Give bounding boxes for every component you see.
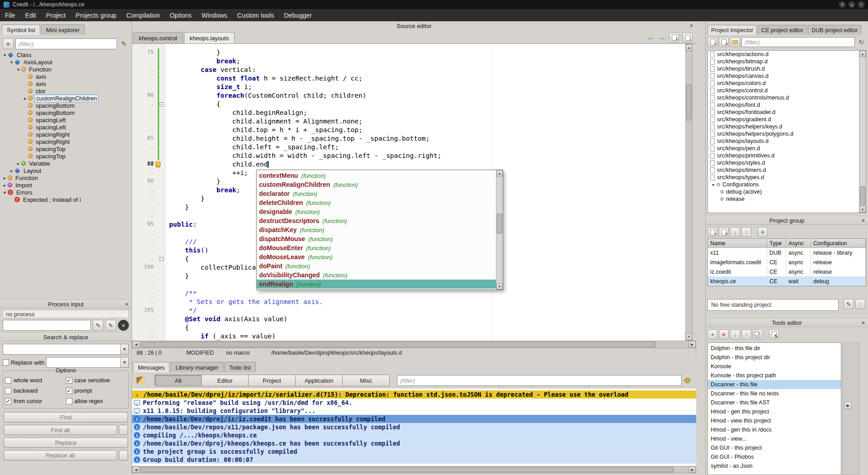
project-source-item[interactable]: src/kheops/bitmap.d — [708, 58, 866, 65]
scroll-thumb[interactable] — [140, 467, 674, 472]
checkbox-icon[interactable] — [66, 398, 72, 404]
tool-item[interactable]: Git GUI - this project — [708, 443, 841, 452]
tree-expander-icon[interactable]: ▸ — [2, 183, 8, 188]
tab-dub-project-editor[interactable]: DUB project editor — [808, 25, 861, 35]
maximize-button[interactable]: ▴ — [849, 1, 855, 8]
new-source-icon[interactable]: + — [669, 33, 679, 43]
messages-horizontal-scrollbar[interactable]: ◀ ▶ — [132, 466, 696, 473]
move-down-icon[interactable]: ↓ — [730, 227, 740, 237]
scroll-right-icon[interactable]: ▶ — [689, 341, 696, 348]
edit-tool-icon[interactable]: ✎ — [769, 329, 779, 339]
tree-expander-icon[interactable]: ▾ — [2, 190, 8, 195]
menu-item-compilation[interactable]: Compilation — [122, 9, 165, 21]
symbol-tree-item[interactable]: ▸Variable — [1, 160, 131, 167]
symbol-tree-item[interactable]: ▾AxisLayout — [1, 58, 131, 66]
search-option[interactable]: backward — [5, 388, 66, 394]
project-source-item[interactable]: src/kheops/helpers/keys.d — [708, 123, 866, 130]
symbol-tree-item[interactable]: ▸Layout — [1, 167, 131, 174]
feather-icon[interactable]: ✎ — [93, 320, 104, 331]
symbol-tree-item[interactable]: spacingTop — [1, 145, 131, 152]
completion-item[interactable]: designable(function) — [257, 207, 496, 216]
project-source-item[interactable]: src/kheops/canvas.d — [708, 72, 866, 80]
add-tool-icon[interactable]: + — [708, 329, 717, 339]
edit-project-icon[interactable]: ✎ — [844, 299, 854, 309]
message-row[interactable]: ithe project group is successfully compi… — [132, 447, 696, 456]
messages-filter-input[interactable] — [397, 375, 682, 386]
tab-library-manager[interactable]: Library manager — [170, 362, 223, 372]
checkbox-icon[interactable]: ✓ — [66, 377, 72, 384]
code-line[interactable]: 80 foreach(CustomControl child; children… — [132, 91, 685, 100]
open-source-icon[interactable]: ↓ — [683, 33, 693, 43]
clone-tool-icon[interactable] — [753, 329, 763, 339]
replace-button[interactable]: Replace — [4, 437, 128, 448]
scroll-thumb[interactable] — [686, 84, 692, 120]
replace-term-combo[interactable]: ▼ — [46, 357, 129, 368]
symbol-tree-item[interactable]: axis — [1, 80, 131, 87]
checkbox-icon[interactable]: ✓ — [5, 398, 11, 404]
filter-project-button[interactable]: Project — [249, 375, 296, 386]
menu-item-project[interactable]: Project — [41, 9, 71, 21]
project-source-item[interactable]: src/kheops/types.d — [708, 174, 866, 181]
promote-project-icon[interactable]: ↑ — [855, 299, 865, 309]
message-row[interactable]: x11 1.0.15: building configuration "libr… — [132, 407, 696, 415]
code-line[interactable]: . child.left = _spacing.left; — [132, 143, 685, 152]
completion-item[interactable]: destructDescriptors(function) — [257, 216, 496, 225]
project-source-item[interactable]: src/kheops/primitives.d — [708, 152, 866, 159]
message-row[interactable]: i/home/basile/Dev/dproj/kheops/kheops.ce… — [132, 439, 696, 447]
completion-item[interactable]: doVisibilityChanged(function) — [257, 271, 496, 280]
tool-item[interactable]: Hmod - view this project — [708, 416, 841, 425]
symbol-tree-item[interactable]: spacingTop — [1, 152, 131, 160]
search-option[interactable]: ✓from cursor — [5, 398, 66, 404]
symbol-tree-item[interactable]: spacingLeft — [1, 116, 131, 124]
configuration-item[interactable]: ⚙debug (active) — [708, 188, 866, 195]
completion-item[interactable]: customRealignChildren(function) — [257, 180, 496, 189]
editor-horizontal-scrollbar[interactable]: ◀ ▶ — [132, 341, 696, 348]
tab-symbol-list[interactable]: Symbol list — [2, 24, 40, 35]
tool-item[interactable]: Dscanner - this file AST — [708, 398, 841, 407]
project-source-item[interactable]: src/kheops/fontloader.d — [708, 109, 866, 116]
close-icon[interactable]: × — [861, 217, 865, 224]
code-line[interactable]: 88 child.end — [132, 160, 685, 169]
completion-item[interactable]: dispatchKey(function) — [257, 225, 496, 234]
code-line[interactable]: . child.top = h * i + _spacing.top; — [132, 126, 685, 134]
tool-item[interactable]: Dscanner - this file — [708, 380, 841, 389]
column-header-async[interactable]: Async — [786, 239, 811, 247]
tool-item[interactable]: symlist - as Json — [708, 461, 841, 470]
completion-item[interactable]: doMouseEnter(function) — [257, 243, 496, 252]
code-line[interactable]: . { — [132, 323, 685, 332]
scroll-down-icon[interactable]: ▼ — [859, 206, 866, 213]
symbol-tree-item[interactable]: spacingRight — [1, 131, 131, 138]
feather2-icon[interactable]: ✎ — [105, 320, 116, 331]
symbol-tree-item[interactable]: !Expected ; instead of i — [1, 196, 131, 203]
tree-expander-icon[interactable]: ▸ — [2, 176, 8, 180]
symbol-tree-item[interactable]: spacingBottom — [1, 109, 131, 116]
code-line[interactable]: . const float h = sizeRect.height / cc; — [132, 74, 685, 83]
close-icon[interactable]: × — [125, 301, 128, 308]
remove-project-icon[interactable]: × — [719, 227, 729, 237]
tool-item[interactable]: Dolphin - this file dir — [708, 344, 841, 353]
project-source-item[interactable]: src/kheops/brush.d — [708, 65, 866, 72]
tool-item[interactable]: Dolphin - this project dir — [708, 353, 841, 362]
editor-tab-kheops-control[interactable]: kheops.control — [133, 32, 183, 43]
symbol-tree-item[interactable]: spacingLeft — [1, 124, 131, 131]
completion-item[interactable]: dispatchMouse(function) — [257, 234, 496, 243]
tab-todo-list[interactable]: Todo list — [224, 362, 256, 372]
project-row[interactable]: kheops.ceCEwaitdebug — [708, 276, 866, 286]
project-source-item[interactable]: src/kheops/font.d — [708, 101, 866, 109]
search-option[interactable]: ✓case sensitive — [66, 377, 127, 384]
kill-process-icon[interactable]: × — [118, 320, 129, 331]
filter-application-button[interactable]: Application — [296, 375, 343, 386]
code-line[interactable]: . size_t i; — [132, 83, 685, 91]
symbol-tree-item[interactable]: ▸Import — [1, 181, 131, 189]
menu-item-projects-group[interactable]: Projects group — [71, 9, 121, 21]
symbol-filter-input[interactable] — [15, 38, 117, 49]
completion-item[interactable]: deleteChildren(function) — [257, 198, 496, 207]
new-group-icon[interactable]: ✳ — [758, 227, 768, 237]
code-line[interactable]: 85 child.height = h - _spacing.top - _sp… — [132, 134, 685, 143]
pin-icon[interactable] — [683, 375, 693, 385]
scroll-thumb[interactable] — [497, 214, 502, 233]
scroll-right-icon[interactable]: ▶ — [689, 466, 696, 473]
project-source-item[interactable]: src/kheops/helpers/polygons.d — [708, 130, 866, 138]
clear-messages-icon[interactable] — [136, 375, 146, 385]
completion-item[interactable]: declarator(function) — [257, 189, 496, 198]
